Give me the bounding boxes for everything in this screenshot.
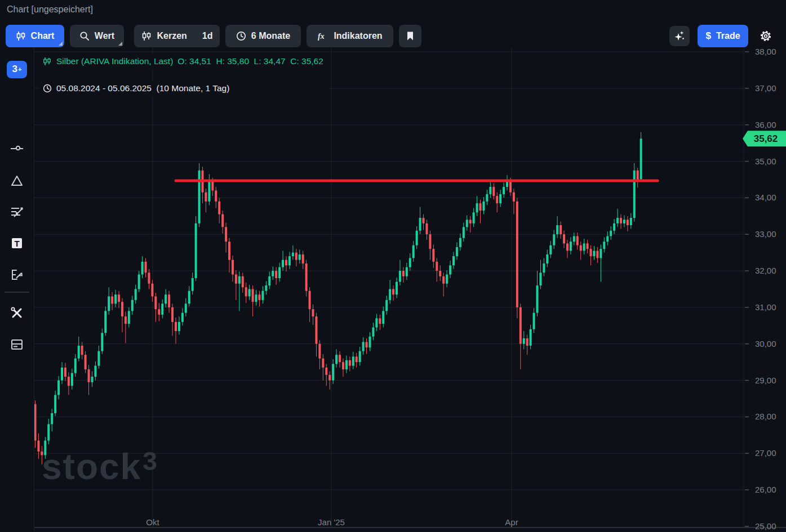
search-icon [79, 31, 90, 41]
tools-icon [10, 306, 24, 320]
trade-button[interactable]: $ Trade [698, 25, 748, 47]
gear-icon [759, 29, 772, 43]
svg-text:fx: fx [318, 32, 325, 41]
toolbar: Chart Wert Kerzen 1d 6 Monate [0, 20, 786, 47]
clock-icon [43, 84, 52, 93]
chart-type-button[interactable]: Kerzen [134, 25, 194, 47]
candlestick-icon [16, 31, 26, 41]
chart-legend: Silber (ARIVA Indikation, Last) O: 34,51… [38, 53, 329, 96]
bookmark-button[interactable] [399, 25, 421, 47]
chart-type-interval-group: Kerzen 1d [134, 25, 220, 47]
time-axis[interactable]: OktJan '25Apr [146, 517, 518, 527]
legend-ohlc: O: 34,51 H: 35,80 L: 34,47 C: 35,62 [177, 56, 323, 66]
sidebar-item-tools[interactable] [0, 302, 34, 324]
title-bar: Chart [ungespeichert] [0, 0, 786, 20]
sidebar-item-stock3-plus[interactable]: 3+ [0, 58, 34, 81]
sidebar-item-shapes-tool[interactable] [0, 169, 34, 192]
fx-icon: fx [317, 31, 328, 41]
fibonacci-tool-icon [10, 204, 24, 219]
interval-label: 1d [202, 31, 213, 41]
svg-text:25,00: 25,00 [755, 521, 776, 531]
svg-text:Apr: Apr [505, 517, 518, 527]
time-range-label: 6 Monate [251, 31, 290, 41]
bookmark-icon [406, 31, 415, 41]
svg-text:30,00: 30,00 [755, 339, 776, 348]
indicators-button[interactable]: fx Indikatoren [307, 25, 393, 47]
svg-text:26,00: 26,00 [755, 485, 776, 494]
candlestick-icon [43, 57, 52, 66]
settings-button[interactable] [756, 26, 776, 46]
sidebar-item-layout[interactable] [0, 333, 34, 356]
layout-icon [10, 337, 24, 352]
sidebar-item-text-tool[interactable]: T [0, 232, 34, 254]
chart-menu-label: Chart [31, 31, 55, 41]
svg-text:31,00: 31,00 [755, 302, 776, 312]
symbol-search-button[interactable]: Wert [70, 25, 124, 47]
ai-assistant-button[interactable] [669, 26, 690, 46]
time-range-button[interactable]: 6 Monate [225, 25, 301, 47]
legend-instrument: Silber (ARIVA Indikation, Last) [56, 56, 173, 66]
drawing-toolbar: 3+ T [0, 47, 34, 532]
stock3-watermark: stock3 [42, 446, 158, 488]
svg-text:35,00: 35,00 [755, 157, 776, 166]
svg-text:T: T [14, 239, 19, 248]
price-axis[interactable]: 38,0037,0036,0035,0034,0033,0032,0031,00… [745, 47, 776, 531]
last-price-tag: 35,62 [743, 131, 786, 146]
interval-button[interactable]: 1d [195, 25, 220, 47]
dollar-icon: $ [705, 30, 710, 42]
triangle-icon [10, 173, 24, 188]
text-tool-icon: T [10, 236, 24, 251]
svg-text:33,00: 33,00 [755, 229, 776, 239]
sidebar-item-trendline-tool[interactable] [0, 137, 34, 160]
sidebar-divider [5, 292, 29, 293]
sparkles-icon [673, 30, 686, 42]
chart-menu-button[interactable]: Chart [6, 25, 64, 47]
trade-label: Trade [716, 31, 740, 41]
symbol-search-label: Wert [95, 31, 114, 41]
indicators-label: Indikatoren [334, 31, 382, 41]
legend-period-row[interactable]: 05.08.2024 - 05.06.2025 (10 Monate, 1 Ta… [38, 81, 329, 96]
svg-text:28,00: 28,00 [755, 412, 776, 421]
legend-instrument-row[interactable]: Silber (ARIVA Indikation, Last) O: 34,51… [38, 53, 329, 69]
svg-text:Okt: Okt [146, 517, 159, 527]
svg-text:29,00: 29,00 [755, 375, 776, 385]
legend-period: 05.08.2024 - 05.06.2025 (10 Monate, 1 Ta… [56, 83, 229, 93]
chart-panel: 38,0037,0036,0035,0034,0033,0032,0031,00… [0, 0, 786, 532]
sidebar-item-fibonacci-tool[interactable] [0, 200, 34, 223]
sidebar-item-annotation-tool[interactable] [0, 263, 34, 286]
trendline-tool-icon [10, 141, 24, 156]
svg-text:Jan '25: Jan '25 [318, 517, 345, 527]
svg-text:32,00: 32,00 [755, 266, 776, 275]
svg-text:35,62: 35,62 [754, 133, 778, 144]
svg-text:38,00: 38,00 [755, 47, 776, 56]
stock3-plus-logo: 3+ [7, 61, 27, 78]
edit-arrow-icon [10, 267, 24, 282]
svg-text:34,00: 34,00 [755, 193, 776, 202]
svg-text:36,00: 36,00 [755, 120, 776, 129]
svg-text:37,00: 37,00 [755, 83, 776, 93]
chart-type-label: Kerzen [157, 31, 186, 41]
page-title: Chart [ungespeichert] [7, 5, 93, 15]
clock-icon [236, 31, 246, 41]
candlestick-icon [141, 31, 152, 41]
svg-text:27,00: 27,00 [755, 448, 776, 458]
